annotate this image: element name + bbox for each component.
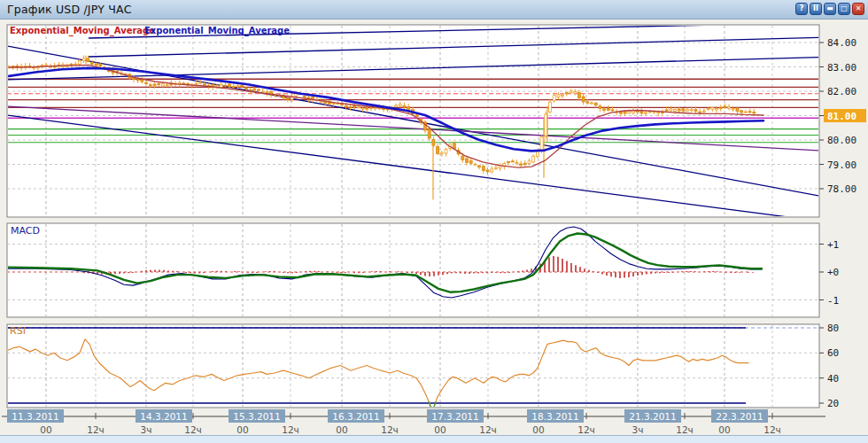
rsi-panel[interactable]: RSI: [7, 324, 819, 412]
time-label: 00: [236, 424, 248, 435]
rsi-axis-label: 60: [827, 347, 839, 359]
date-label: 16.3.2011: [332, 411, 379, 422]
macd-axis-label: +0: [827, 267, 839, 278]
time-label: 12ч: [577, 424, 595, 435]
macd-axis-label: -1: [827, 295, 839, 307]
app-window: Exponential_Moving_AverageExponential_Mo…: [0, 0, 868, 443]
pin-button[interactable]: II: [810, 3, 822, 15]
minimize-button[interactable]: ▬: [824, 3, 836, 15]
price-label: 84.00: [827, 37, 856, 49]
main-chart-panel[interactable]: [7, 24, 868, 219]
rsi-panel-label: RSI: [10, 325, 26, 337]
date-label: 15.3.2011: [233, 411, 280, 422]
time-label: 12ч: [676, 424, 694, 435]
rsi-axis-label: 80: [827, 323, 839, 334]
rsi-panel-background[interactable]: [7, 324, 819, 408]
time-label: 12ч: [763, 424, 781, 435]
macd-axis-label: +1: [827, 239, 839, 251]
macd-panel-background[interactable]: [7, 223, 819, 317]
legend-item-1: Exponential_Moving_Average: [144, 26, 290, 36]
macd-panel[interactable]: MACD: [7, 223, 819, 317]
time-label: 12ч: [184, 424, 202, 435]
time-label: 12ч: [282, 424, 299, 435]
help-button[interactable]: ?: [795, 3, 808, 15]
time-label: 00: [532, 424, 544, 435]
window-buttons: ?II▬□✕: [795, 3, 864, 15]
price-label: 82.00: [827, 86, 856, 97]
time-label: 12ч: [87, 424, 105, 435]
time-label: 00: [434, 424, 446, 435]
macd-panel-label: MACD: [11, 225, 40, 237]
chart-region[interactable]: Exponential_Moving_AverageExponential_Mo…: [0, 0, 868, 443]
date-label: 22.3.2011: [716, 411, 763, 422]
time-label: 00: [40, 424, 51, 435]
time-label: 12ч: [479, 424, 497, 435]
rsi-axis-label: 40: [827, 373, 839, 385]
window-titlebar: График USD /JPY ЧАС ?II▬□✕: [0, 0, 868, 19]
legend-item-0: Exponential_Moving_Average: [10, 26, 155, 36]
price-label: 78.00: [827, 183, 856, 195]
window-title: График USD /JPY ЧАС: [7, 3, 132, 16]
price-label: 80.00: [827, 135, 856, 146]
date-label: 21.3.2011: [629, 411, 676, 422]
date-label: 17.3.2011: [431, 411, 478, 422]
date-label: 18.3.2011: [531, 411, 578, 422]
indicator-legend: Exponential_Moving_AverageExponential_Mo…: [10, 26, 290, 36]
time-label: 3ч: [632, 424, 644, 435]
time-label: 00: [336, 424, 347, 435]
time-label: 12ч: [381, 424, 399, 435]
date-label: 11.3.2011: [12, 411, 58, 422]
current-price-label: 81.00: [827, 111, 856, 122]
bottom-strip: [0, 436, 868, 443]
time-label: 3ч: [141, 424, 152, 435]
price-label: 79.00: [827, 159, 856, 171]
rsi-axis-label: 20: [827, 398, 839, 409]
close-button[interactable]: ✕: [852, 3, 864, 15]
price-label: 83.00: [827, 62, 856, 74]
maximize-button[interactable]: □: [838, 3, 850, 15]
date-label: 14.3.2011: [140, 411, 187, 422]
time-label: 00: [718, 424, 730, 435]
